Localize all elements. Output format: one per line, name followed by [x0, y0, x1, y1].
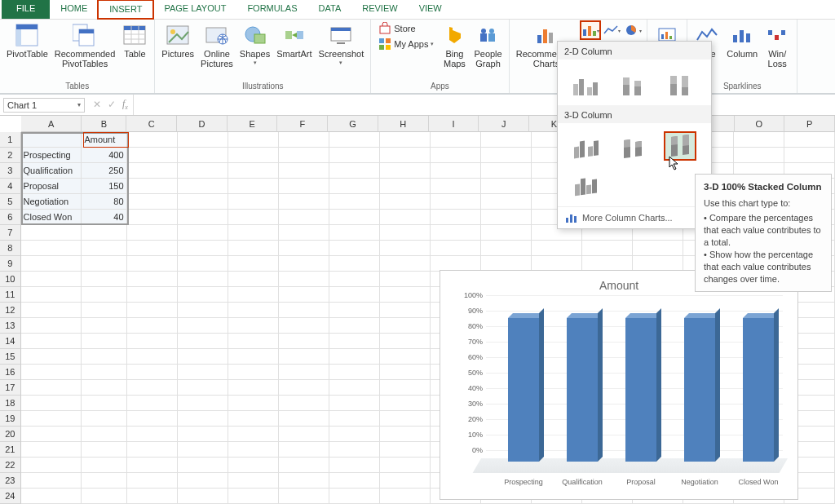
cell[interactable] [279, 194, 329, 210]
cell[interactable] [380, 256, 431, 272]
2d-stacked-column[interactable] [616, 68, 649, 97]
cell[interactable] [178, 194, 228, 210]
cell[interactable] [178, 148, 228, 163]
cell[interactable] [329, 287, 380, 303]
cell[interactable] [228, 210, 279, 225]
cell[interactable] [127, 334, 178, 349]
cell[interactable] [279, 334, 329, 349]
cell[interactable] [431, 194, 481, 210]
cell[interactable] [21, 318, 82, 334]
cell[interactable] [279, 365, 329, 380]
cell[interactable] [329, 241, 380, 256]
cell[interactable] [279, 489, 329, 504]
cell[interactable] [329, 318, 380, 334]
cell[interactable] [178, 334, 228, 349]
cell[interactable] [380, 303, 431, 318]
cell[interactable] [279, 442, 329, 458]
cell[interactable] [178, 256, 228, 272]
cell[interactable] [228, 411, 279, 427]
cell[interactable] [279, 396, 329, 411]
tab-insert[interactable]: INSERT [98, 0, 153, 19]
cell[interactable] [178, 241, 228, 256]
cell[interactable] [279, 163, 329, 179]
cell[interactable] [127, 349, 178, 365]
cell[interactable] [228, 225, 279, 241]
cell[interactable] [178, 365, 228, 380]
cell[interactable] [21, 396, 82, 411]
cell[interactable] [784, 148, 835, 163]
2d-100-stacked-column[interactable] [664, 68, 696, 97]
cell[interactable] [279, 148, 329, 163]
row-hdr[interactable]: 22 [0, 458, 21, 473]
cell[interactable] [329, 194, 380, 210]
cell[interactable] [532, 241, 582, 256]
row-hdr[interactable]: 9 [0, 256, 21, 272]
cell[interactable] [380, 396, 431, 411]
cell[interactable] [178, 272, 228, 287]
row-hdr[interactable]: 6 [0, 210, 21, 225]
cell[interactable] [329, 365, 380, 380]
cell[interactable] [279, 380, 329, 396]
line-chart-button[interactable]: ▾ [602, 21, 621, 39]
cell[interactable] [329, 272, 380, 287]
col-hdr[interactable]: I [429, 116, 479, 132]
cell[interactable] [21, 473, 82, 489]
cell[interactable] [481, 132, 532, 148]
more-column-charts[interactable]: More Column Charts... [558, 206, 711, 228]
cell[interactable] [127, 194, 178, 210]
cell[interactable] [279, 458, 329, 473]
cell[interactable] [178, 396, 228, 411]
row-hdr[interactable]: 16 [0, 365, 21, 380]
row-hdr[interactable]: 14 [0, 334, 21, 349]
col-hdr[interactable]: G [328, 116, 378, 132]
cell[interactable] [279, 179, 329, 194]
cell[interactable] [481, 179, 532, 194]
cell[interactable] [380, 489, 431, 504]
cell[interactable] [279, 411, 329, 427]
cell[interactable] [431, 179, 481, 194]
cell[interactable] [380, 194, 431, 210]
cell[interactable] [380, 287, 431, 303]
cell[interactable] [228, 163, 279, 179]
cell[interactable] [279, 303, 329, 318]
sparkline-winloss-button[interactable]: Win/ Loss [761, 20, 793, 70]
pictures-button[interactable]: Pictures [158, 20, 197, 60]
cell[interactable] [481, 194, 532, 210]
cell[interactable] [228, 396, 279, 411]
cell[interactable] [21, 411, 82, 427]
cell[interactable] [178, 458, 228, 473]
cell[interactable] [279, 427, 329, 442]
cell[interactable]: 80 [82, 194, 126, 210]
cell[interactable] [329, 411, 380, 427]
cell[interactable]: Closed Won [21, 210, 82, 225]
cell[interactable] [82, 458, 126, 473]
cell[interactable] [127, 489, 178, 504]
cell[interactable] [431, 163, 481, 179]
cell[interactable] [127, 132, 178, 148]
smartart-button[interactable]: SmartArt [273, 20, 315, 60]
cell[interactable] [380, 272, 431, 287]
cell[interactable] [279, 132, 329, 148]
col-hdr[interactable]: O [735, 116, 785, 132]
row-hdr[interactable]: 8 [0, 241, 21, 256]
cell[interactable] [329, 256, 380, 272]
cell[interactable] [82, 334, 126, 349]
col-hdr[interactable]: H [378, 116, 429, 132]
cell[interactable] [279, 473, 329, 489]
accept-icon[interactable]: ✓ [108, 99, 116, 110]
cell[interactable] [21, 241, 82, 256]
row-hdr[interactable]: 23 [0, 473, 21, 489]
pivottable-button[interactable]: PivotTable [3, 20, 51, 60]
cell[interactable] [481, 225, 532, 241]
cell[interactable] [228, 427, 279, 442]
cell[interactable] [127, 241, 178, 256]
cell[interactable] [380, 163, 431, 179]
cell[interactable] [380, 318, 431, 334]
online-pictures-button[interactable]: Online Pictures [197, 20, 236, 70]
row-hdr[interactable]: 13 [0, 318, 21, 334]
cell[interactable] [329, 303, 380, 318]
cell[interactable] [21, 458, 82, 473]
cell[interactable] [431, 132, 481, 148]
cell[interactable] [228, 272, 279, 287]
cell[interactable] [279, 210, 329, 225]
